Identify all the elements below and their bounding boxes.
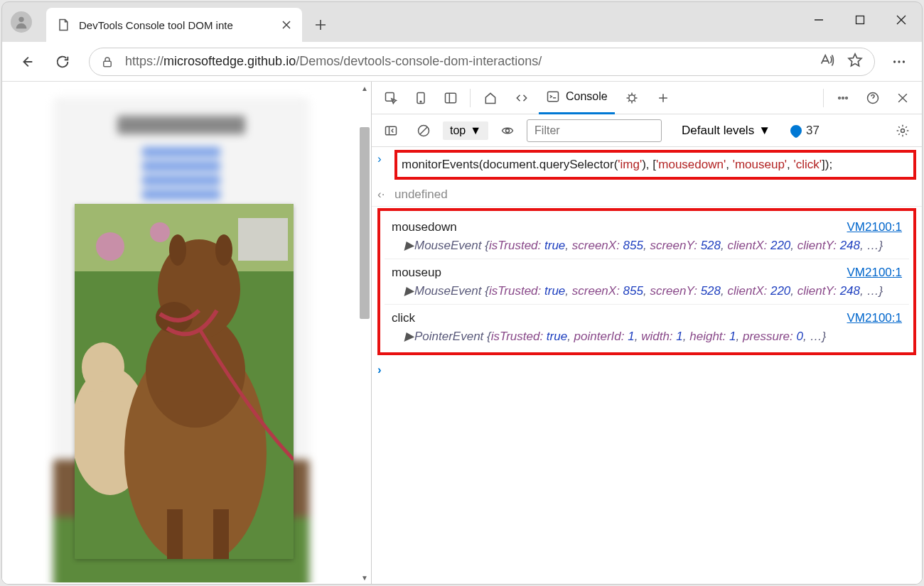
maximize-button[interactable] [839, 2, 881, 38]
content-area: ▲ ▼ Console [2, 82, 922, 584]
svg-rect-24 [446, 93, 456, 102]
svg-point-9 [150, 222, 170, 242]
prompt-input[interactable] [394, 361, 916, 379]
levels-label: Default levels [682, 124, 754, 138]
input-chevron-icon: › [377, 150, 389, 168]
svg-point-18 [215, 234, 232, 266]
console-events-highlight: mousedownVM2100:1▶MouseEvent {isTrusted:… [377, 208, 916, 355]
console-event-click[interactable]: clickVM2100:1▶PointerEvent {isTrusted: t… [385, 305, 909, 349]
log-levels-selector[interactable]: Default levels ▼ [682, 124, 770, 138]
back-button[interactable] [12, 47, 42, 77]
devtools-more-icon[interactable] [829, 85, 856, 112]
chevron-down-icon: ▼ [470, 124, 481, 137]
close-window-button[interactable] [881, 2, 922, 38]
issues-count: 37 [806, 124, 820, 138]
tab-welcome[interactable] [476, 82, 505, 114]
tab-close-icon[interactable] [281, 19, 292, 31]
tab-issues[interactable] [618, 82, 646, 114]
svg-point-17 [169, 234, 186, 266]
devtools-panel: Console top ▼ [372, 82, 922, 584]
svg-rect-31 [386, 126, 397, 135]
devtools-close-icon[interactable] [889, 85, 916, 112]
browser-window: DevTools Console tool DOM inte https://m… [1, 1, 923, 585]
devtools-help-icon[interactable] [859, 85, 886, 112]
demo-image-alpaca[interactable] [75, 204, 294, 559]
svg-rect-1 [856, 16, 864, 24]
scroll-up-button[interactable]: ▲ [360, 83, 370, 93]
tab-more[interactable] [649, 82, 677, 114]
svg-point-23 [420, 101, 421, 102]
svg-point-4 [898, 60, 900, 63]
minimize-button[interactable] [798, 2, 839, 38]
svg-point-29 [846, 97, 848, 99]
console-return-row: ‹· undefined [372, 183, 922, 207]
address-bar-row: https://microsoftedge.github.io/Demos/de… [2, 42, 922, 82]
svg-rect-21 [386, 92, 394, 101]
svg-point-8 [96, 232, 124, 261]
scroll-down-button[interactable]: ▼ [360, 573, 370, 582]
filter-input[interactable] [527, 119, 662, 142]
tab-bar: DevTools Console tool DOM inte [2, 2, 922, 42]
window-controls [798, 2, 922, 38]
lock-icon [101, 55, 114, 68]
source-link[interactable]: VM2100:1 [847, 264, 903, 282]
svg-rect-19 [167, 509, 183, 559]
chevron-down-icon: ▼ [758, 124, 770, 138]
inspect-element-icon[interactable] [377, 85, 404, 112]
svg-point-26 [629, 94, 635, 100]
svg-rect-2 [104, 61, 112, 67]
profile-avatar[interactable] [11, 11, 32, 33]
tab-console-label: Console [566, 90, 608, 103]
clear-console-icon[interactable] [410, 117, 437, 144]
svg-point-27 [839, 97, 841, 99]
event-name: click [392, 311, 415, 325]
expand-icon[interactable]: ▶ [404, 282, 414, 300]
address-bar[interactable]: https://microsoftedge.github.io/Demos/de… [89, 48, 875, 76]
page-viewport[interactable]: ▲ ▼ [2, 82, 372, 584]
expand-icon[interactable]: ▶ [404, 237, 414, 255]
url-text: https://microsoftedge.github.io/Demos/de… [125, 54, 807, 69]
device-toggle-icon[interactable] [407, 85, 434, 112]
live-expression-icon[interactable] [494, 117, 521, 144]
svg-point-5 [903, 60, 905, 63]
dock-side-icon[interactable] [437, 85, 464, 112]
source-link[interactable]: VM2100:1 [847, 218, 903, 237]
svg-point-12 [82, 342, 124, 392]
console-input-row: › monitorEvents(document.querySelector('… [372, 147, 922, 183]
return-value: undefined [394, 188, 448, 201]
prompt-chevron-icon: › [377, 361, 389, 379]
svg-rect-20 [213, 509, 229, 559]
console-event-mouseup[interactable]: mouseupVM2100:1▶MouseEvent {isTrusted: t… [385, 259, 909, 305]
console-toolbar: top ▼ Default levels ▼ 37 [372, 114, 922, 147]
expand-icon[interactable]: ▶ [404, 327, 414, 346]
svg-point-28 [842, 97, 844, 99]
toggle-sidebar-icon[interactable] [377, 117, 404, 144]
refresh-button[interactable] [48, 47, 77, 77]
console-input-code[interactable]: monitorEvents(document.querySelector('im… [394, 150, 916, 180]
browser-menu-button[interactable] [886, 54, 912, 70]
svg-rect-10 [238, 218, 288, 261]
event-name: mousedown [392, 220, 457, 234]
return-arrow-icon: ‹· [377, 185, 389, 204]
scroll-thumb[interactable] [360, 127, 370, 319]
context-selector[interactable]: top ▼ [443, 121, 488, 140]
page-icon [56, 18, 70, 32]
svg-point-0 [18, 17, 23, 22]
console-settings-icon[interactable] [889, 117, 916, 144]
issue-icon [788, 122, 805, 139]
new-tab-button[interactable] [308, 12, 333, 38]
console-output[interactable]: › monitorEvents(document.querySelector('… [372, 147, 922, 584]
console-prompt[interactable]: › [372, 355, 922, 385]
tab-elements[interactable] [507, 82, 536, 114]
read-aloud-icon[interactable] [819, 53, 834, 71]
favorite-icon[interactable] [847, 53, 863, 71]
source-link[interactable]: VM2100:1 [847, 309, 903, 327]
browser-tab-active[interactable]: DevTools Console tool DOM inte [46, 8, 302, 42]
tab-console[interactable]: Console [539, 82, 615, 114]
scrollbar[interactable]: ▲ ▼ [360, 83, 370, 582]
svg-point-34 [901, 129, 905, 132]
issues-badge[interactable]: 37 [790, 124, 820, 138]
devtools-tab-bar: Console [372, 82, 922, 114]
console-event-mousedown[interactable]: mousedownVM2100:1▶MouseEvent {isTrusted:… [385, 214, 909, 259]
tab-title: DevTools Console tool DOM inte [79, 19, 272, 31]
